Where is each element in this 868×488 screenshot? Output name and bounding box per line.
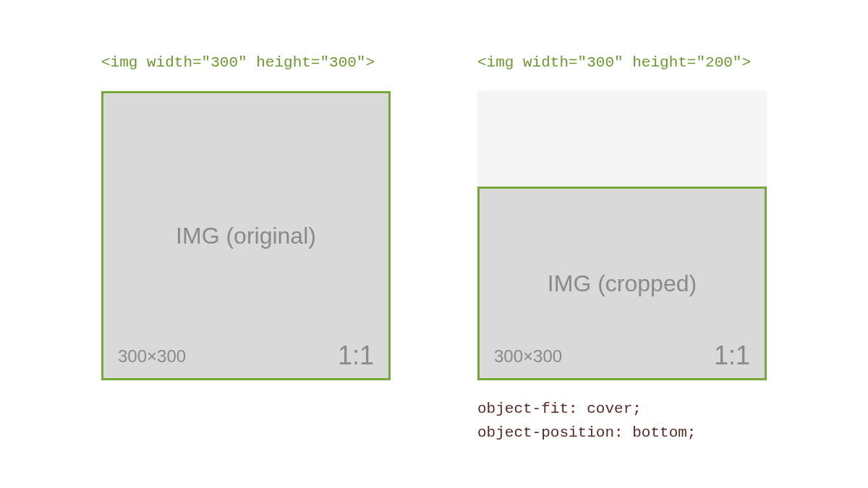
image-dimensions-right: 300×300 bbox=[494, 346, 562, 367]
image-box-wrap-right: IMG (cropped) 300×300 1:1 bbox=[477, 91, 767, 380]
image-box-cropped: IMG (cropped) 300×300 1:1 bbox=[477, 187, 767, 380]
image-ratio-left: 1:1 bbox=[338, 341, 374, 371]
image-dimensions-left: 300×300 bbox=[118, 346, 186, 367]
html-code-label-right: <img width="300" height="200"> bbox=[477, 54, 767, 71]
image-box-original: IMG (original) 300×300 1:1 bbox=[101, 91, 391, 380]
image-box-wrap-left: IMG (original) 300×300 1:1 bbox=[101, 91, 391, 380]
ghost-area bbox=[477, 91, 767, 187]
css-line-1: object-fit: cover; bbox=[477, 398, 767, 421]
image-ratio-right: 1:1 bbox=[714, 341, 750, 371]
html-code-label-left: <img width="300" height="300"> bbox=[101, 54, 391, 71]
css-line-2: object-position: bottom; bbox=[477, 421, 767, 445]
css-code-label: object-fit: cover; object-position: bott… bbox=[477, 398, 767, 445]
left-column: <img width="300" height="300"> IMG (orig… bbox=[101, 54, 391, 380]
right-column: <img width="300" height="200"> IMG (crop… bbox=[477, 54, 767, 445]
image-center-text-right: IMG (cropped) bbox=[548, 270, 697, 297]
image-center-text-left: IMG (original) bbox=[176, 223, 316, 249]
